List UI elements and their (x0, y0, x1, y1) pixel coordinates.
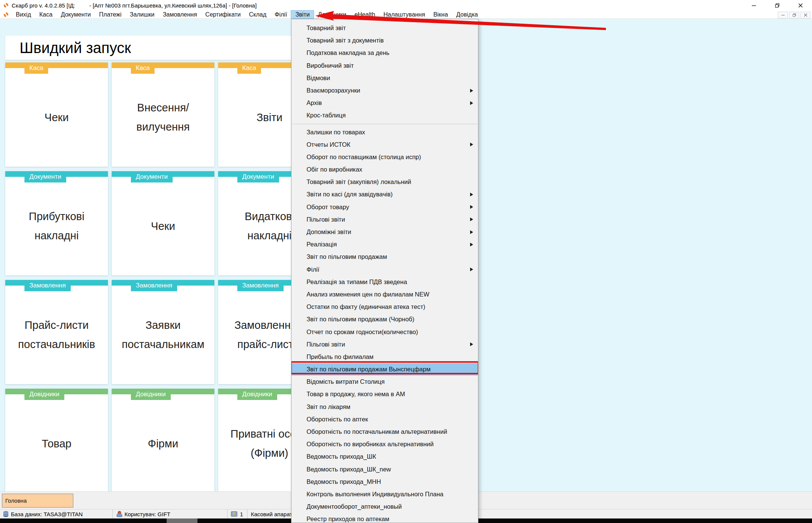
dropdown-item-11[interactable]: Обіг по виробниках (291, 163, 478, 176)
user-status: Користувач: GIFT (113, 509, 228, 518)
dropdown-item-35[interactable]: Ведомость прихода_ШК_new (291, 463, 478, 476)
close-button[interactable] (789, 0, 812, 11)
quick-launch-tile[interactable]: ЗамовленняПрайс-листи постачальників (5, 280, 108, 384)
tile-label: Заявки постачальникам (112, 286, 214, 384)
dropdown-item-18[interactable]: Звіт по пільговим продажам (291, 251, 478, 263)
dropdown-item-24[interactable]: Отчет по срокам годности(количество) (291, 326, 478, 338)
quick-launch-tile[interactable]: ДокументиЧеки (112, 171, 214, 275)
dropdown-item-9[interactable]: Отчеты ИСТОК (291, 138, 478, 151)
dropdown-item-29[interactable]: Товар в продажу, якого нема в АМ (291, 388, 478, 400)
dropdown-item-37[interactable]: Контроль выполнения Индивидуального План… (291, 488, 478, 500)
dropdown-item-25[interactable]: Пільгові звіти (291, 338, 478, 351)
dropdown-item-22[interactable]: Остатки по факту (единичная атека тест) (291, 301, 478, 313)
menu-item-1[interactable]: Каса (35, 11, 57, 18)
dropdown-item-33[interactable]: Оборотність по виробниках альтернативний (291, 438, 478, 450)
window-titlebar: Скарб pro v. 4.0.2.85 [ІД: - [Апт №003 п… (0, 0, 812, 11)
dropdown-item-0[interactable]: Товарний звіт (291, 22, 478, 34)
submenu-arrow-icon (470, 89, 473, 93)
submenu-arrow-icon (470, 217, 473, 221)
menu-bar: ВихідКасаДокументиПлатежіЗалишкиЗамовлен… (0, 11, 812, 19)
dropdown-item-34[interactable]: Ведомость прихода_ШК (291, 450, 478, 463)
submenu-arrow-icon (470, 342, 473, 346)
window-title: Скарб pro v. 4.0.2.85 [ІД: - [Апт №003 п… (12, 2, 257, 9)
tile-label: Прайс-листи постачальників (5, 286, 108, 384)
menu-item-14[interactable]: Довідка (452, 11, 482, 18)
tab-label: Головна (5, 497, 27, 504)
submenu-arrow-icon (470, 143, 473, 146)
mdi-close-button[interactable] (800, 12, 810, 18)
cash-register-icon (231, 511, 237, 517)
quick-launch-tile[interactable]: ДовідникиТовар (5, 389, 108, 493)
dropdown-item-8[interactable]: Залишки по товарах (291, 126, 478, 138)
dropdown-item-6[interactable]: Архів (291, 97, 478, 109)
menu-item-2[interactable]: Документи (57, 11, 95, 18)
submenu-arrow-icon (470, 101, 473, 105)
dropdown-item-30[interactable]: Звіт по лікарям (291, 401, 478, 413)
status-text: Користувач: GIFT (124, 511, 170, 517)
dropdown-item-17[interactable]: Реалізація (291, 238, 478, 251)
menu-item-13[interactable]: Вікна (429, 11, 452, 18)
dropdown-item-2[interactable]: Податкова накладна за день (291, 47, 478, 59)
dropdown-item-12[interactable]: Товарний звіт (закупівля) локальний (291, 176, 478, 188)
menu-item-5[interactable]: Замовлення (159, 11, 201, 18)
tile-label: Прибуткові накладні (5, 177, 108, 275)
dropdown-item-19[interactable]: Філії (291, 263, 478, 276)
dropdown-item-4[interactable]: Відмови (291, 72, 478, 84)
dropdown-item-28[interactable]: Відомість витрати Столиця (291, 376, 478, 388)
dropdown-item-5[interactable]: Взаєморозрахунки (291, 84, 478, 97)
status-text: База даних: TASA3@TITAN (11, 511, 83, 517)
restore-button[interactable] (765, 0, 789, 11)
dropdown-item-26[interactable]: Прибыль по филиалам (291, 351, 478, 363)
menu-item-3[interactable]: Платежі (95, 11, 126, 18)
quick-launch-tile[interactable]: КасаЧеки (5, 62, 108, 167)
database-status: База даних: TASA3@TITAN (0, 509, 113, 518)
menu-item-9[interactable]: Звіти (291, 11, 314, 18)
tile-label: Внесення/вилучення (112, 68, 214, 167)
menu-item-6[interactable]: Сертифікати (201, 11, 245, 18)
menu-item-8[interactable]: Філії (270, 11, 291, 18)
menu-item-7[interactable]: Склад (245, 11, 270, 18)
mdi-minimize-button[interactable] (778, 12, 788, 18)
submenu-arrow-icon (470, 205, 473, 209)
dropdown-item-21[interactable]: Анализ изменения цен по филиалам NEW (291, 288, 478, 301)
dropdown-item-16[interactable]: Допоміжні звіти (291, 226, 478, 238)
tile-label: Чеки (5, 68, 108, 167)
dropdown-item-23[interactable]: Звіт по пільговим продажам (Чорноб) (291, 313, 478, 325)
menu-item-4[interactable]: Залишки (126, 11, 159, 18)
menu-item-0[interactable]: Вихід (12, 11, 35, 18)
status-text: 1 (240, 511, 243, 517)
menu-separator (292, 124, 477, 124)
minimize-button[interactable] (742, 0, 765, 11)
dropdown-item-14[interactable]: Оборот товару (291, 201, 478, 213)
menu-item-12[interactable]: Налаштування (379, 11, 430, 18)
quick-launch-tile[interactable]: КасаВнесення/вилучення (112, 62, 214, 167)
dropdown-item-38[interactable]: Документооборот_аптеки_новый (291, 500, 478, 513)
menu-item-11[interactable]: eHealth (350, 11, 379, 18)
tab-holovna[interactable]: Головна (2, 494, 73, 508)
dropdown-item-7[interactable]: Крос-таблиця (291, 109, 478, 122)
dropdown-item-20[interactable]: Реалізація за типами ПДВ зведена (291, 276, 478, 288)
dropdown-item-10[interactable]: Оборот по поставщикам (столица испр) (291, 151, 478, 163)
mdi-restore-button[interactable] (789, 12, 799, 18)
submenu-arrow-icon (470, 230, 473, 234)
dropdown-item-27[interactable]: Звіт по пільговим продажам Вынспецфарм (291, 363, 478, 376)
dropdown-item-1[interactable]: Товарний звіт з документів (291, 34, 478, 47)
quick-launch-tile[interactable]: ДокументиПрибуткові накладні (5, 171, 108, 275)
window-controls (742, 0, 812, 11)
tile-label: Чеки (112, 177, 214, 275)
quick-launch-tile[interactable]: ДовідникиФірми (112, 389, 214, 493)
dropdown-item-32[interactable]: Оборотність по постачальникам альтернати… (291, 426, 478, 438)
quick-launch-tile[interactable]: ЗамовленняЗаявки постачальникам (112, 280, 214, 384)
dropdown-item-39[interactable]: Реестр приходов по аптекам (291, 513, 478, 523)
quick-launch-header: Швидкий запуск (5, 36, 321, 60)
submenu-arrow-icon (470, 268, 473, 271)
dropdown-item-15[interactable]: Пільгові звіти (291, 213, 478, 226)
dropdown-item-3[interactable]: Виробничий звіт (291, 59, 478, 72)
reports-dropdown: Товарний звітТоварний звіт з документівП… (291, 19, 478, 523)
dropdown-item-36[interactable]: Ведомость прихода_МНН (291, 476, 478, 488)
taskbar-segment (167, 518, 197, 523)
dropdown-item-31[interactable]: Оборотність по аптек (291, 413, 478, 426)
menu-item-10[interactable]: Довідники (314, 11, 350, 18)
submenu-arrow-icon (470, 193, 473, 196)
dropdown-item-13[interactable]: Звіти по касі (для завідувачів) (291, 188, 478, 201)
